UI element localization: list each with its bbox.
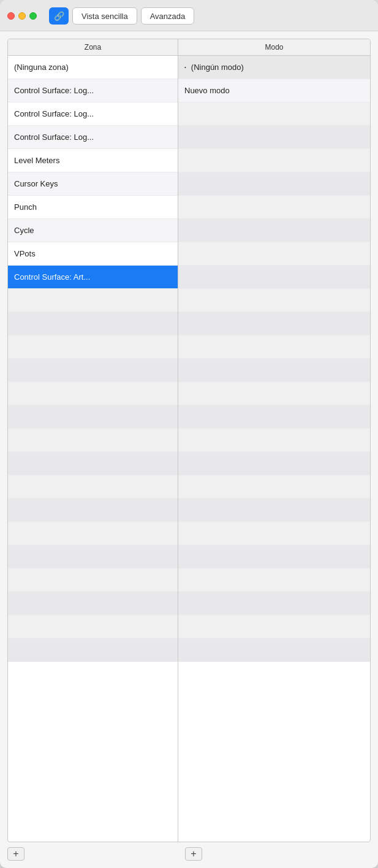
zone-row-6[interactable]: Punch — [8, 196, 178, 219]
add-zone-button[interactable]: + — [7, 847, 25, 861]
footer: + + — [0, 842, 378, 868]
zone-row-3[interactable]: Control Surface: Log... — [8, 126, 178, 149]
footer-zone: + — [7, 847, 178, 861]
mode-row-14 — [178, 382, 370, 405]
zone-row-16[interactable] — [8, 429, 178, 452]
zone-row-13[interactable] — [8, 359, 178, 382]
mode-row-10 — [178, 289, 370, 312]
zone-row-8[interactable]: VPots — [8, 242, 178, 266]
mode-row-5 — [178, 172, 370, 196]
mode-row-2 — [178, 102, 370, 126]
zone-row-5[interactable]: Cursor Keys — [8, 172, 178, 196]
mode-row-11 — [178, 312, 370, 336]
main-content: Zona (Ninguna zona)Control Surface: Log.… — [0, 31, 378, 842]
zone-row-15[interactable] — [8, 405, 178, 429]
mode-label: Nuevo modo — [184, 86, 230, 95]
title-bar: 🔗 Vista sencilla Avanzada — [0, 0, 378, 31]
zone-row-4[interactable]: Level Meters — [8, 149, 178, 172]
zone-row-7[interactable]: Cycle — [8, 219, 178, 242]
zone-row-25[interactable] — [8, 639, 178, 662]
advanced-view-button[interactable]: Avanzada — [141, 7, 195, 25]
mode-row-17 — [178, 452, 370, 475]
mode-row-20 — [178, 522, 370, 545]
zone-row-21[interactable] — [8, 545, 178, 569]
mode-row-4 — [178, 149, 370, 172]
zone-row-17[interactable] — [8, 452, 178, 475]
zone-row-14[interactable] — [8, 382, 178, 405]
tables-container: Zona (Ninguna zona)Control Surface: Log.… — [7, 39, 371, 842]
mode-row-23 — [178, 592, 370, 615]
zone-rows: (Ninguna zona)Control Surface: Log...Con… — [8, 56, 178, 842]
footer-mode: + — [178, 847, 371, 861]
mode-row-6 — [178, 196, 370, 219]
zone-row-20[interactable] — [8, 522, 178, 545]
zone-table: Zona (Ninguna zona)Control Surface: Log.… — [8, 39, 178, 842]
mode-rows: •(Ningún modo)Nuevo modo — [178, 56, 370, 842]
zone-row-9[interactable]: Control Surface: Art... — [8, 266, 178, 289]
link-button[interactable]: 🔗 — [49, 7, 69, 25]
mode-row-21 — [178, 545, 370, 569]
simple-view-button[interactable]: Vista sencilla — [72, 7, 137, 25]
zone-row-11[interactable] — [8, 312, 178, 336]
mode-row-1[interactable]: Nuevo modo — [178, 79, 370, 102]
toolbar: 🔗 Vista sencilla Avanzada — [49, 7, 194, 25]
zone-row-22[interactable] — [8, 569, 178, 592]
link-icon: 🔗 — [54, 11, 64, 21]
mode-row-19 — [178, 499, 370, 522]
zone-header: Zona — [8, 39, 178, 56]
mode-row-8 — [178, 242, 370, 266]
mode-row-25 — [178, 639, 370, 662]
zone-row-10[interactable] — [8, 289, 178, 312]
zone-row-0[interactable]: (Ninguna zona) — [8, 56, 178, 79]
mode-row-12 — [178, 336, 370, 359]
main-window: 🔗 Vista sencilla Avanzada Zona (Ninguna … — [0, 0, 378, 868]
mode-row-15 — [178, 405, 370, 429]
mode-row-13 — [178, 359, 370, 382]
zone-row-23[interactable] — [8, 592, 178, 615]
mode-header: Modo — [178, 39, 370, 56]
mode-table: Modo •(Ningún modo)Nuevo modo — [178, 39, 370, 842]
minimize-button[interactable] — [18, 12, 26, 20]
close-button[interactable] — [7, 12, 15, 20]
zone-row-1[interactable]: Control Surface: Log... — [8, 79, 178, 102]
add-mode-button[interactable]: + — [185, 847, 202, 861]
mode-row-24 — [178, 615, 370, 639]
zone-row-24[interactable] — [8, 615, 178, 639]
traffic-lights — [7, 12, 37, 20]
zone-row-12[interactable] — [8, 336, 178, 359]
zone-row-19[interactable] — [8, 499, 178, 522]
mode-row-22 — [178, 569, 370, 592]
mode-dot-icon: • — [184, 64, 186, 70]
mode-row-7 — [178, 219, 370, 242]
zone-row-18[interactable] — [8, 475, 178, 499]
zone-row-2[interactable]: Control Surface: Log... — [8, 102, 178, 126]
mode-row-18 — [178, 475, 370, 499]
maximize-button[interactable] — [29, 12, 37, 20]
mode-row-3 — [178, 126, 370, 149]
mode-label: (Ningún modo) — [191, 63, 244, 72]
mode-row-9 — [178, 266, 370, 289]
mode-row-0[interactable]: •(Ningún modo) — [178, 56, 370, 79]
mode-row-16 — [178, 429, 370, 452]
